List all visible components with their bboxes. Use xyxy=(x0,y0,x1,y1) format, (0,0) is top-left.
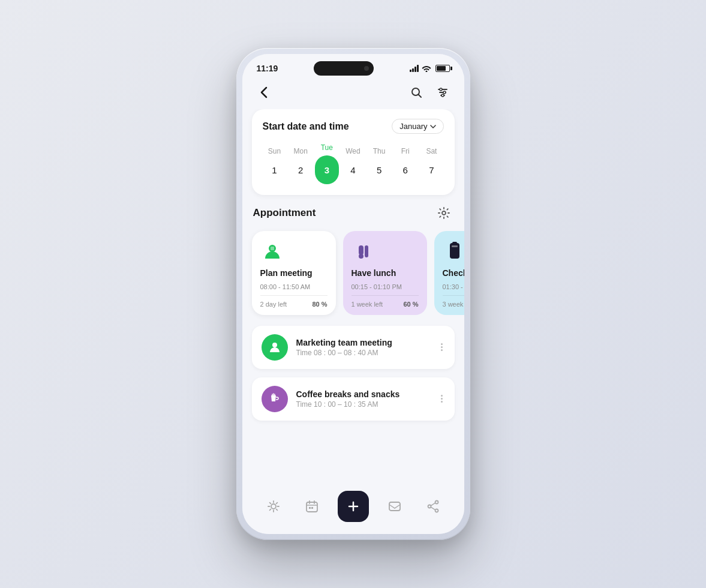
appt-card-plan-meeting[interactable]: Plan meeting 08:00 - 11:50 AM 2 day left… xyxy=(252,231,336,315)
date-card: Start date and time January Sun 1 Mon xyxy=(252,109,455,195)
search-button[interactable] xyxy=(407,83,426,102)
svg-point-12 xyxy=(359,254,363,259)
list-time-coffee: Time 10 : 00 – 10 : 35 AM xyxy=(296,400,430,409)
date-card-title: Start date and time xyxy=(263,121,349,132)
plan-meeting-name: Plan meeting xyxy=(260,268,328,278)
list-time-marketing: Time 08 : 00 – 08 : 40 AM xyxy=(296,349,430,357)
svg-line-25 xyxy=(269,509,271,511)
svg-rect-15 xyxy=(452,245,458,247)
date-card-header: Start date and time January xyxy=(263,119,444,134)
filter-button[interactable] xyxy=(433,83,452,102)
appt-card-check[interactable]: Check p 01:30 - 04:30 3 week left xyxy=(434,231,464,315)
svg-rect-10 xyxy=(359,245,363,255)
svg-point-6 xyxy=(441,94,444,97)
have-lunch-pct: 60 % xyxy=(403,301,418,308)
svg-rect-14 xyxy=(452,242,457,245)
day-num-thu: 5 xyxy=(368,159,390,181)
check-name: Check p xyxy=(443,268,464,278)
day-num-mon: 2 xyxy=(290,159,311,181)
appointment-title: Appointment xyxy=(253,207,316,219)
month-selector[interactable]: January xyxy=(392,119,443,134)
svg-point-4 xyxy=(440,88,442,91)
svg-point-16 xyxy=(272,343,277,347)
nav-item-share[interactable] xyxy=(420,497,446,515)
check-footer: 3 week left xyxy=(443,295,464,308)
plan-meeting-left: 2 day left xyxy=(260,301,287,308)
nav-item-add[interactable] xyxy=(338,491,369,522)
plan-meeting-pct: 80 % xyxy=(312,301,327,308)
day-col-sat[interactable]: Sat 7 xyxy=(419,147,443,181)
nav-item-calendar[interactable] xyxy=(299,497,325,515)
day-name-tue: Tue xyxy=(321,143,333,152)
top-nav xyxy=(242,78,464,109)
day-name-wed: Wed xyxy=(346,147,360,155)
svg-point-36 xyxy=(428,505,431,508)
status-time: 11:19 xyxy=(257,64,278,73)
list-info-coffee: Coffee breaks and snacks Time 10 : 00 – … xyxy=(296,389,430,409)
avatar-marketing xyxy=(262,334,288,361)
svg-point-17 xyxy=(271,504,276,509)
day-col-mon[interactable]: Mon 2 xyxy=(289,147,313,181)
list-info-marketing: Marketing team meeting Time 08 : 00 – 08… xyxy=(296,338,430,357)
day-num-sat: 7 xyxy=(420,159,442,181)
nav-item-inbox[interactable] xyxy=(382,497,407,515)
svg-rect-31 xyxy=(311,507,313,509)
back-button[interactable] xyxy=(254,83,274,102)
have-lunch-footer: 1 week left 60 % xyxy=(352,295,419,308)
svg-point-7 xyxy=(442,211,446,215)
wifi-icon xyxy=(422,65,431,72)
appointment-cards-row: Plan meeting 08:00 - 11:50 AM 2 day left… xyxy=(252,231,455,317)
day-num-fri: 6 xyxy=(395,159,416,181)
calendar-row: Sun 1 Mon 2 Tue 3 Wed xyxy=(263,143,444,184)
day-num-wed: 4 xyxy=(342,159,363,181)
day-name-thu: Thu xyxy=(373,147,386,155)
day-name-sat: Sat xyxy=(426,147,437,155)
have-lunch-time: 00:15 - 01:10 PM xyxy=(352,283,419,290)
phone-screen: 11:19 xyxy=(242,54,464,534)
list-name-coffee: Coffee breaks and snacks xyxy=(296,389,430,399)
have-lunch-left: 1 week left xyxy=(352,301,383,308)
more-button-marketing[interactable] xyxy=(438,341,445,353)
check-time: 01:30 - 04:30 xyxy=(443,283,464,290)
appt-card-have-lunch[interactable]: Have lunch 00:15 - 01:10 PM 1 week left … xyxy=(343,231,427,315)
list-item-coffee[interactable]: Coffee breaks and snacks Time 10 : 00 – … xyxy=(252,377,455,421)
svg-point-37 xyxy=(435,509,438,512)
battery-icon xyxy=(435,65,450,72)
day-num-sun: 1 xyxy=(264,159,286,181)
svg-line-38 xyxy=(431,503,435,506)
svg-point-35 xyxy=(435,501,438,504)
list-item-marketing[interactable]: Marketing team meeting Time 08 : 00 – 08… xyxy=(252,326,455,369)
plan-meeting-icon xyxy=(260,239,284,263)
day-col-wed[interactable]: Wed 4 xyxy=(341,147,365,181)
status-icons xyxy=(410,65,450,72)
check-icon xyxy=(443,239,464,263)
signal-icon xyxy=(410,65,419,72)
appointment-settings-button[interactable] xyxy=(434,203,453,223)
day-col-thu[interactable]: Thu 5 xyxy=(367,147,391,181)
day-col-fri[interactable]: Fri 6 xyxy=(393,147,417,181)
day-col-sun[interactable]: Sun 1 xyxy=(263,147,287,181)
day-num-tue: 3 xyxy=(315,155,339,184)
camera-dot xyxy=(364,66,369,71)
svg-line-22 xyxy=(269,503,271,504)
svg-point-5 xyxy=(443,91,446,94)
plan-meeting-time: 08:00 - 11:50 AM xyxy=(260,283,328,290)
main-content: Start date and time January Sun 1 Mon xyxy=(242,109,464,485)
day-name-sun: Sun xyxy=(268,147,281,155)
day-name-mon: Mon xyxy=(293,147,307,155)
more-button-coffee[interactable] xyxy=(438,392,445,405)
notch xyxy=(314,61,374,76)
svg-line-39 xyxy=(431,507,435,510)
list-name-marketing: Marketing team meeting xyxy=(296,338,430,347)
appointment-section-header: Appointment xyxy=(252,203,455,223)
status-bar: 11:19 xyxy=(242,54,464,78)
svg-line-23 xyxy=(276,509,277,511)
day-col-tue[interactable]: Tue 3 xyxy=(315,143,339,184)
svg-rect-34 xyxy=(389,502,400,511)
have-lunch-name: Have lunch xyxy=(352,268,419,278)
nav-item-sun[interactable] xyxy=(261,497,286,515)
nav-icon-group xyxy=(407,83,452,102)
svg-rect-11 xyxy=(365,245,368,257)
plan-meeting-footer: 2 day left 80 % xyxy=(260,295,328,308)
month-label: January xyxy=(399,122,427,131)
